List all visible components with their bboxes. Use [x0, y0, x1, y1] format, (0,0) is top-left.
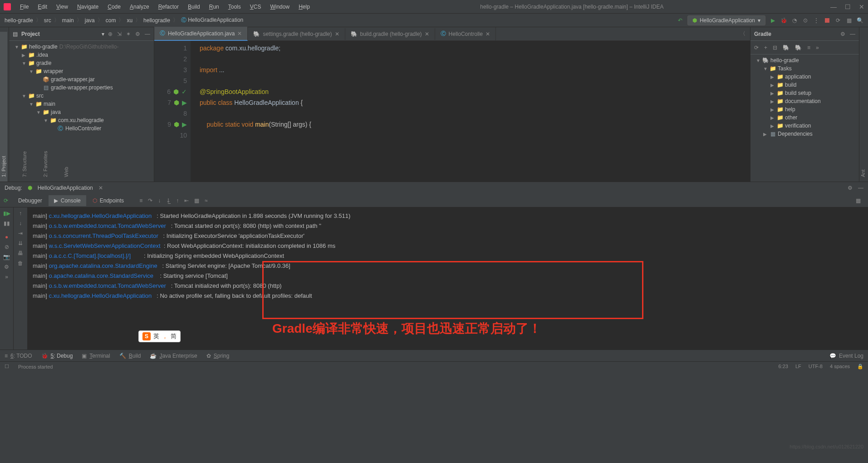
more-icon[interactable]: » [816, 44, 819, 51]
tree-item[interactable]: ▼📁main [9, 100, 154, 108]
attach-button[interactable]: ⋮ [813, 17, 820, 24]
breadcrumb-item[interactable]: hellogradle [143, 17, 170, 24]
tree-arrow-icon[interactable]: ▶ [770, 99, 775, 104]
back-icon[interactable]: ↶ [677, 17, 684, 24]
spring-gutter-icon[interactable]: ⬢ [174, 97, 179, 108]
bottom-tab-todo[interactable]: ≡6: TODO [5, 353, 32, 359]
code-line[interactable] [200, 75, 750, 86]
tree-item[interactable]: ▶📁other [750, 113, 859, 122]
debugger-tab[interactable]: Debugger [13, 195, 48, 206]
tab-chevron-icon[interactable]: 〈 [736, 30, 750, 38]
collapse-icon[interactable]: ✶ [126, 31, 131, 37]
project-tree[interactable]: ▼📁hello-gradle D:\RepoGit\Github\hello-▶… [9, 41, 154, 182]
editor-tab[interactable]: ⒸHelloGradleApplication.java✕ [154, 27, 248, 41]
tree-item[interactable]: ▼📁com.xu.hellogradle [9, 116, 154, 124]
update-button[interactable]: ⟳ [834, 17, 842, 24]
layout-icon[interactable]: ▦ [856, 197, 861, 204]
menu-help[interactable]: Help [295, 2, 314, 12]
clear-icon[interactable]: 🗑 [18, 260, 23, 266]
line-separator[interactable]: LF [795, 364, 801, 369]
close-tab-icon[interactable]: ✕ [98, 185, 103, 191]
tree-arrow-icon[interactable]: ▶ [763, 132, 768, 137]
close-tab-icon[interactable]: ✕ [335, 31, 339, 37]
tree-arrow-icon[interactable]: ▼ [15, 44, 19, 49]
debug-button[interactable]: 🐞 [780, 17, 787, 24]
menu-run[interactable]: Run [206, 2, 223, 12]
code-line[interactable]: public class HelloGradleApplication { [200, 97, 750, 108]
spring-gutter-icon[interactable]: ⬢ [174, 119, 179, 130]
console-line[interactable]: main] o.s.b.w.embedded.tomcat.TomcatWebS… [33, 281, 863, 291]
tree-arrow-icon[interactable]: ▼ [29, 102, 34, 107]
tree-item[interactable]: ▶📁application [750, 73, 859, 81]
tree-arrow-icon[interactable]: ▶ [770, 83, 775, 88]
console-tab[interactable]: ▶ Console [49, 195, 86, 206]
down-icon[interactable]: ↓ [19, 220, 22, 227]
encoding[interactable]: UTF-8 [809, 364, 823, 369]
side-tab-structure[interactable]: 7: Structure [21, 32, 28, 182]
breadcrumb-item[interactable]: com [106, 17, 116, 24]
breadcrumb-item[interactable]: src [44, 17, 51, 24]
add-icon[interactable]: + [764, 44, 767, 51]
spring-gutter-icon[interactable]: ⬢ [173, 86, 179, 97]
tree-arrow-icon[interactable]: ▶ [770, 123, 775, 128]
coverage-button[interactable]: ◔ [791, 17, 798, 24]
code-line[interactable] [200, 108, 750, 119]
tree-arrow-icon[interactable]: ▶ [770, 74, 775, 79]
tree-item[interactable]: ▼📁java [9, 108, 154, 116]
cursor-position[interactable]: 6:23 [779, 364, 788, 369]
up-icon[interactable]: ↑ [19, 210, 22, 217]
breakpoints-icon[interactable]: ● [5, 234, 8, 240]
tree-arrow-icon[interactable]: ▼ [29, 69, 34, 74]
console-line[interactable]: main] c.xu.hellogradle.HelloGradleApplic… [33, 211, 863, 221]
tree-arrow-icon[interactable]: ▶ [770, 115, 775, 120]
run-gutter-icon[interactable]: ✓ [181, 86, 187, 97]
console-line[interactable]: main] o.s.s.concurrent.ThreadPoolTaskExe… [33, 231, 863, 241]
search-button[interactable]: 🔍 [856, 17, 863, 24]
gradle-tree[interactable]: ▼🐘hello-gradle▼📁Tasks▶📁application▶📁buil… [750, 54, 859, 182]
tree-item[interactable]: ▶▦Dependencies [750, 130, 859, 138]
refresh-icon[interactable]: ⟳ [754, 44, 759, 51]
console-line[interactable]: main] o.s.b.w.embedded.tomcat.TomcatWebS… [33, 221, 863, 231]
tree-item[interactable]: ▶📁help [750, 105, 859, 113]
tree-arrow-icon[interactable]: ▶ [770, 91, 775, 96]
tree-item[interactable]: ▶📁.idea [9, 51, 154, 59]
indent[interactable]: 4 spaces [830, 364, 850, 369]
hide-icon[interactable]: — [145, 31, 150, 37]
side-tab-ant[interactable]: Ant [859, 32, 867, 182]
menu-navigate[interactable]: Navigate [74, 2, 102, 12]
bottom-tab-spring[interactable]: ✿Spring [206, 353, 230, 359]
run-task-icon[interactable]: 🐘 [783, 44, 790, 51]
breadcrumb-item[interactable]: xu [127, 17, 132, 24]
drop-frame-icon[interactable]: ⇤ [184, 197, 189, 204]
code-line[interactable] [200, 54, 750, 64]
force-step-icon[interactable]: ↓̲ [166, 197, 171, 204]
camera-icon[interactable]: 📷 [3, 254, 10, 260]
analyze-icon[interactable]: ≡ [807, 44, 810, 51]
close-button[interactable]: ✕ [859, 3, 864, 10]
settings-icon[interactable]: ⚙ [840, 31, 845, 37]
console-output[interactable]: main] c.xu.hellogradle.HelloGradleApplic… [27, 207, 868, 350]
structure-button[interactable]: ▦ [845, 17, 853, 24]
menu-edit[interactable]: Edit [34, 2, 51, 12]
run-cursor-icon[interactable]: ↑ [176, 197, 179, 204]
tree-item[interactable]: ⒸHelloController [9, 124, 154, 133]
tree-item[interactable]: ▼📁wrapper [9, 67, 154, 75]
run-gutter-icon[interactable]: ▶ [182, 119, 187, 130]
profile-button[interactable]: ⊙ [802, 17, 809, 24]
dropdown-icon[interactable]: ▾ [102, 31, 104, 37]
step-into-icon[interactable]: ↷ [148, 197, 152, 204]
tree-item[interactable]: ▶📁documentation [750, 97, 859, 105]
pause-icon[interactable]: ▮▮ [4, 220, 10, 227]
code-line[interactable]: public static void main(String[] args) { [200, 119, 750, 130]
locate-icon[interactable]: ⊕ [108, 31, 113, 37]
menu-analyze[interactable]: Analyze [126, 2, 153, 12]
event-log-button[interactable]: 💬 Event Log [829, 353, 863, 359]
code-editor[interactable]: 12356⬢✓7⬢▶89⬢▶10 package com.xu.hellogra… [154, 41, 750, 182]
scroll-icon[interactable]: ⇊ [18, 240, 23, 246]
mute-bp-icon[interactable]: ⊘ [5, 244, 9, 250]
tree-item[interactable]: 📦gradle-wrapper.jar [9, 75, 154, 84]
breadcrumb-item[interactable]: Ⓒ HelloGradleApplication [181, 16, 243, 24]
expand-icon[interactable]: ⇲ [117, 31, 122, 37]
code-line[interactable]: package com.xu.hellogradle; [200, 43, 750, 54]
tree-item[interactable]: ▼📁hello-gradle D:\RepoGit\Github\hello- [9, 43, 154, 51]
